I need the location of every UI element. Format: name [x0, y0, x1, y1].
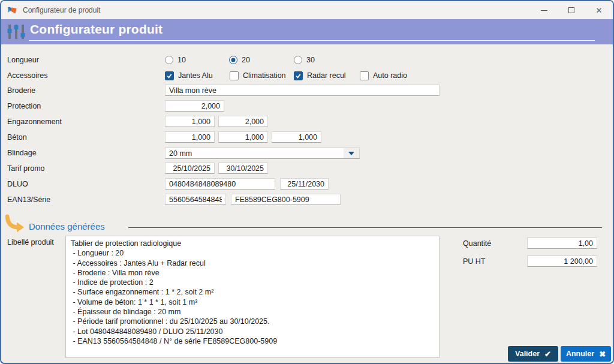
close-button[interactable]: ✕ — [585, 1, 613, 19]
pu-ht-input[interactable] — [527, 255, 597, 267]
blindage-dropdown[interactable]: 20 mm — [165, 148, 360, 159]
valider-button-label: Valider — [515, 350, 540, 358]
checkbox-label: Climatisation — [243, 71, 286, 80]
header-underline — [29, 40, 595, 41]
configurator-window: Configurateur de produit ✕ Configurateur… — [0, 0, 614, 364]
app-logo-icon — [7, 5, 17, 16]
checkbox-radar-recul[interactable]: Radar recul — [294, 70, 346, 81]
broderie-label: Broderie — [7, 85, 35, 96]
sliders-icon — [6, 23, 26, 40]
blindage-selected-value: 20 mm — [165, 149, 344, 158]
curved-arrow-icon — [5, 214, 25, 233]
radio-selected-icon — [229, 56, 237, 64]
radio-icon — [165, 56, 173, 64]
quantite-input[interactable] — [527, 237, 597, 249]
checkbox-unchecked-icon — [230, 71, 239, 80]
close-icon: ✕ — [596, 7, 603, 14]
serie-input[interactable] — [231, 194, 341, 205]
tarif-promo-fin-input[interactable] — [218, 163, 268, 174]
page-header: Configurateur produit — [1, 19, 613, 44]
checkbox-climatisation[interactable]: Climatisation — [230, 70, 286, 81]
radio-icon — [294, 56, 302, 64]
beton-input-1[interactable] — [165, 131, 215, 143]
radio-longueur-10[interactable]: 10 — [165, 55, 186, 65]
engazonnement-input-2[interactable] — [218, 116, 268, 127]
dropdown-button[interactable] — [344, 148, 359, 158]
page-title: Configurateur produit — [30, 22, 162, 37]
longueur-label: Longueur — [7, 55, 39, 65]
dluo-date-input[interactable] — [280, 178, 329, 189]
section-title-donnees-generees: Données générées — [29, 221, 105, 231]
quantite-label: Quantité — [463, 238, 491, 249]
window-title: Configurateur de produit — [23, 6, 100, 14]
checkbox-unchecked-icon — [360, 71, 369, 80]
checkbox-checked-icon — [294, 71, 303, 80]
engazonnement-label: Engazonnement — [7, 116, 62, 127]
radio-longueur-30[interactable]: 30 — [294, 55, 315, 65]
dluo-lot-input[interactable] — [165, 178, 275, 189]
radio-label: 20 — [242, 56, 250, 64]
libelle-produit-textarea[interactable] — [65, 236, 440, 358]
window-controls: ✕ — [530, 1, 613, 19]
maximize-icon — [568, 7, 574, 13]
checkbox-label: Auto radio — [373, 71, 407, 80]
check-icon: ✔ — [544, 350, 551, 359]
title-bar: Configurateur de produit ✕ — [1, 1, 613, 19]
beton-label: Béton — [7, 132, 27, 143]
engazonnement-input-1[interactable] — [165, 116, 215, 127]
minimize-button[interactable] — [530, 1, 558, 19]
tarif-promo-debut-input[interactable] — [165, 163, 215, 174]
checkbox-auto-radio[interactable]: Auto radio — [360, 70, 407, 81]
protection-label: Protection — [7, 101, 41, 112]
blindage-label: Blindage — [7, 148, 37, 158]
ean13-input[interactable] — [165, 194, 226, 205]
accessoires-label: Accessoires — [7, 70, 47, 81]
radio-label: 30 — [306, 56, 315, 64]
chevron-down-icon — [348, 152, 354, 155]
protection-input[interactable] — [165, 100, 224, 112]
radio-label: 10 — [177, 56, 186, 64]
checkbox-label: Radar recul — [307, 71, 346, 80]
radio-longueur-20[interactable]: 20 — [229, 55, 250, 65]
pu-ht-label: PU HT — [463, 256, 486, 267]
section-divider-line — [128, 227, 602, 228]
maximize-button[interactable] — [558, 1, 585, 19]
broderie-input[interactable] — [165, 85, 440, 96]
close-icon: ✖ — [599, 350, 606, 359]
minimize-icon — [541, 10, 547, 11]
beton-input-2[interactable] — [218, 131, 268, 143]
valider-button[interactable]: Valider ✔ — [508, 346, 558, 362]
annuler-button-label: Annuler — [566, 350, 594, 358]
dluo-label: DLUO — [7, 179, 28, 189]
checkbox-label: Jantes Alu — [178, 71, 213, 80]
checkbox-jantes-alu[interactable]: Jantes Alu — [165, 70, 213, 81]
tarif-promo-label: Tarif promo — [7, 163, 45, 174]
ean13-label: EAN13/Série — [7, 194, 50, 205]
libelle-produit-label: Libellé produit — [7, 237, 54, 248]
checkbox-checked-icon — [165, 71, 174, 80]
beton-input-3[interactable] — [272, 131, 321, 143]
annuler-button[interactable]: Annuler ✖ — [561, 346, 611, 362]
